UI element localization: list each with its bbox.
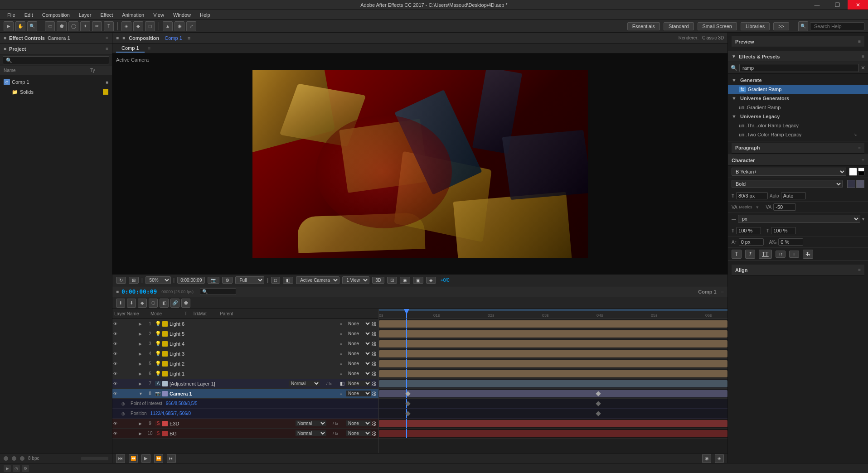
layer-1-parent-link[interactable]: ⛓ — [371, 321, 378, 327]
char-bg-swatch[interactable] — [847, 180, 855, 188]
tool-zoom[interactable]: 🔍 — [27, 21, 37, 31]
layer-5-color[interactable] — [162, 361, 168, 367]
project-search-input[interactable] — [3, 56, 109, 64]
keyframe-pos-2[interactable] — [596, 411, 601, 416]
font-family-select[interactable]: B Yekan+ — [732, 168, 846, 176]
preview-menu[interactable]: ≡ — [858, 39, 861, 44]
indent-unit-select[interactable]: px — [738, 215, 860, 223]
menu-help[interactable]: Help — [196, 11, 214, 19]
layer-row-5[interactable]: 👁 ▶ 5 💡 Light 2 ≡ None ⛓ — [112, 359, 378, 369]
tool-select[interactable]: ▶ — [4, 21, 14, 31]
tool-ellipse[interactable]: ◯ — [68, 21, 78, 31]
keyframe-poi-2[interactable] — [596, 401, 601, 406]
effects-presets-expand-icon[interactable]: ▼ — [732, 54, 736, 59]
layer-6-parent-link[interactable]: ⛓ — [371, 371, 378, 376]
layer-9-color[interactable] — [162, 421, 168, 426]
effects-cat-universe-legacy[interactable]: ▼ Universe Legacy — [728, 112, 868, 121]
minimize-button[interactable]: — — [807, 0, 827, 10]
workspace-essentials[interactable]: Essentials — [627, 22, 660, 30]
layer-1-vis[interactable]: 👁 — [113, 322, 120, 326]
tl-btn-3[interactable]: ◆ — [138, 299, 147, 308]
char-stroke-color-1[interactable] — [858, 168, 864, 171]
tl-btn-2[interactable]: ⬇ — [127, 299, 136, 308]
align-menu[interactable]: ≡ — [858, 267, 861, 272]
text-style-T5[interactable]: T — [789, 251, 799, 258]
project-item-solids[interactable]: 📁 Solids — [0, 87, 112, 97]
viewer-reset-btn[interactable]: ↻ — [116, 277, 126, 284]
menu-effect[interactable]: Effect — [97, 11, 116, 19]
effects-search-input[interactable] — [739, 64, 859, 72]
layer-1-parent-select[interactable]: None — [346, 321, 371, 327]
layer-7-mode-select[interactable]: Normal — [289, 381, 320, 386]
tool-puppet[interactable]: ▲ — [163, 21, 173, 31]
effects-item-gradient-ramp[interactable]: fx Gradient Ramp — [728, 85, 868, 94]
tl-bottom-btn-5[interactable]: ◉ — [702, 454, 711, 463]
layer-7-parent-select[interactable]: None — [346, 381, 371, 386]
tl-bottom-btn-2[interactable]: ⏪ — [129, 454, 138, 463]
layer-4-parent-select[interactable]: None — [346, 351, 371, 357]
layer-1-expand[interactable]: ▶ — [139, 322, 145, 326]
workspace-small-screen[interactable]: Small Screen — [698, 22, 737, 30]
status-icon-3[interactable]: ⚙ — [22, 465, 29, 472]
text-style-Tr[interactable]: Tr — [776, 251, 786, 258]
layer-9-mode-select[interactable]: Normal — [296, 420, 326, 426]
search-input[interactable] — [810, 22, 864, 30]
zoom-select[interactable]: 50% 100% 200% — [145, 276, 171, 284]
tl-btn-4[interactable]: ⬡ — [149, 299, 158, 308]
camera-select[interactable]: Active Camera — [296, 276, 339, 284]
sublayer-pos-icon[interactable]: ◎ — [121, 411, 131, 416]
tl-btn-5[interactable]: ◧ — [160, 299, 169, 308]
layer-5-parent-select[interactable]: None — [346, 361, 371, 367]
layer-10-expand[interactable]: ▶ — [139, 431, 145, 436]
tl-btn-6[interactable]: 🔗 — [170, 299, 179, 308]
text-style-TT[interactable]: TT — [759, 250, 772, 259]
menu-file[interactable]: File — [4, 11, 19, 19]
layer-8-expand[interactable]: ▼ — [139, 391, 145, 396]
layer-1-color[interactable] — [162, 321, 168, 327]
layer-8-color[interactable] — [162, 391, 168, 396]
tool-pin[interactable]: ◉ — [175, 21, 184, 31]
tool-star[interactable]: ✦ — [80, 21, 90, 31]
sublayer-pos-value[interactable]: 1122/4,685/7,-506/0 — [150, 411, 191, 416]
text-style-T1[interactable]: T — [732, 250, 742, 259]
layer-row-10[interactable]: 👁 ▶ 10 S BG Normal / fx No — [112, 429, 378, 439]
char-text-swatch[interactable] — [856, 180, 864, 188]
tool-text[interactable]: T — [104, 21, 114, 31]
layer-2-parent-link[interactable]: ⛓ — [371, 331, 378, 337]
tool-eraser[interactable]: ◻ — [145, 21, 155, 31]
layer-9-vis[interactable]: 👁 — [113, 421, 120, 426]
layer-4-parent-link[interactable]: ⛓ — [371, 351, 378, 357]
sublayer-poi-value[interactable]: 966/8,580/8,5/5 — [166, 401, 198, 406]
text-style-T6[interactable]: T. — [803, 250, 813, 259]
effects-item-uni-thr-ramp[interactable]: uni.Thr...olor Ramp Legacy — [728, 121, 868, 130]
tool-rect[interactable]: ▭ — [45, 21, 55, 31]
layer-row-8[interactable]: 👁 ▼ 8 📷 Camera 1 ≡ None ⛓ — [112, 389, 378, 399]
layer-8-parent-select[interactable]: None — [346, 391, 371, 396]
status-icon-2[interactable]: ◷ — [13, 465, 20, 472]
layer-3-parent-link[interactable]: ⛓ — [371, 341, 378, 347]
workspace-standard[interactable]: Standard — [664, 22, 694, 30]
paragraph-menu[interactable]: ≡ — [858, 145, 861, 150]
time-display[interactable]: 0:00:00:09 — [177, 277, 205, 284]
tl-bottom-btn-1[interactable]: ⏮ — [116, 454, 125, 463]
layer-row-2[interactable]: 👁 ▶ 2 💡 Light 5 ≡ None ⛓ — [112, 329, 378, 339]
viewer-grid2-btn[interactable]: ⊡ — [387, 277, 397, 284]
layer-7-color[interactable] — [162, 381, 168, 386]
layer-row-9[interactable]: 👁 ▶ 9 S E3D Normal / fx No — [112, 419, 378, 429]
close-button[interactable]: ✕ — [848, 0, 868, 10]
char-stroke-color-2[interactable] — [858, 172, 864, 175]
layer-4-expand[interactable]: ▶ — [139, 352, 145, 356]
layer-row-6[interactable]: 👁 ▶ 6 💡 Light 1 ≡ None ⛓ — [112, 369, 378, 379]
tl-bottom-btn-3[interactable]: ⏩ — [154, 454, 163, 463]
effects-presets-menu[interactable]: ≡ — [862, 54, 864, 59]
effects-cat-universe-gen[interactable]: ▼ Universe Generators — [728, 94, 868, 103]
restore-button[interactable]: ❐ — [827, 0, 848, 10]
viewer-options-btn[interactable]: ⚙ — [222, 277, 233, 284]
tl-bottom-btn-6[interactable]: ◈ — [715, 454, 724, 463]
layer-9-expand[interactable]: ▶ — [139, 421, 145, 426]
layer-10-vis[interactable]: 👁 — [113, 431, 120, 436]
layer-row-7[interactable]: 👁 ▶ 7 A [Adjustment Layer 1] Normal / fx — [112, 379, 378, 389]
font-style-select[interactable]: Bold — [732, 180, 843, 188]
layer-6-parent-select[interactable]: None — [346, 371, 371, 376]
tool-brush[interactable]: ◈ — [121, 21, 131, 31]
